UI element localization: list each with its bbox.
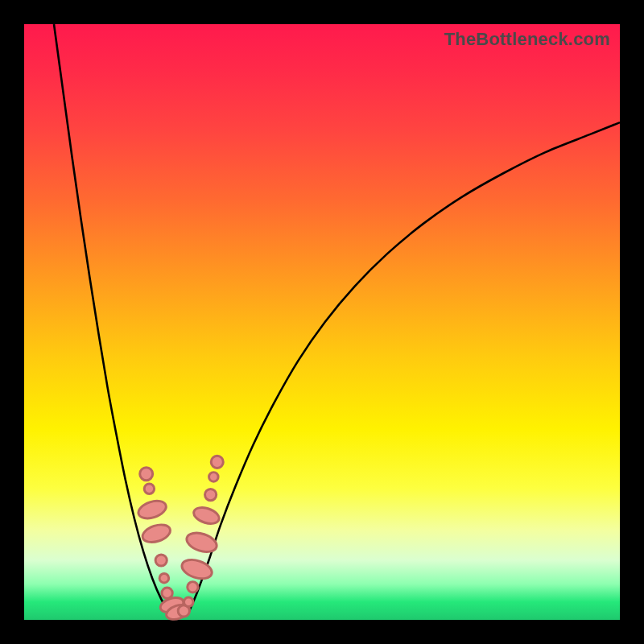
chart-frame: TheBottleneck.com — [0, 0, 644, 644]
right-curve — [188, 122, 621, 614]
bead-cluster — [136, 456, 223, 621]
marker-bead — [184, 530, 219, 555]
marker-bead — [136, 497, 168, 522]
marker-bead — [188, 582, 198, 592]
plot-area: TheBottleneck.com — [24, 24, 620, 620]
marker-bead — [184, 597, 193, 607]
marker-bead — [162, 588, 172, 598]
curve-layer — [24, 24, 620, 620]
curves-group — [54, 24, 620, 617]
marker-bead — [140, 522, 172, 546]
watermark-text: TheBottleneck.com — [444, 29, 610, 50]
marker-bead — [205, 489, 217, 500]
marker-bead — [140, 468, 153, 481]
marker-bead — [144, 484, 154, 493]
marker-bead — [192, 505, 221, 526]
marker-bead — [159, 573, 169, 583]
marker-bead — [211, 456, 223, 468]
marker-bead — [209, 473, 219, 482]
marker-bead — [155, 555, 167, 566]
